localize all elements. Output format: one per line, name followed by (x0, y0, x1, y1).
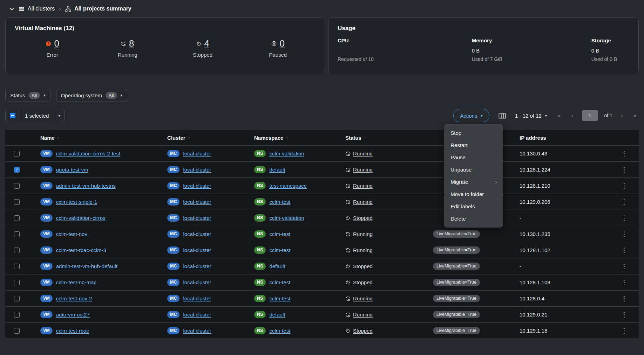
vm-status-link[interactable]: Running (345, 295, 373, 301)
pagination-options-menu[interactable]: 1 - 12 of 12 ▾ (515, 113, 547, 119)
vm-name-link[interactable]: cclm-test-nov (56, 231, 87, 237)
cluster-link[interactable]: local-cluster (183, 312, 211, 318)
namespace-link[interactable]: default (269, 263, 285, 269)
namespace-link[interactable]: cclm-test (269, 231, 290, 237)
menu-item-stop[interactable]: Stop (444, 127, 503, 139)
row-checkbox[interactable] (14, 167, 20, 173)
os-filter[interactable]: Operating system All ▾ (56, 89, 128, 102)
cluster-link[interactable]: local-cluster (183, 247, 211, 253)
last-page-button[interactable]: » (631, 112, 639, 119)
row-checkbox[interactable] (14, 151, 20, 156)
breadcrumb-all-projects[interactable]: All projects summary (65, 6, 131, 12)
row-checkbox[interactable] (14, 199, 20, 205)
column-header-name[interactable]: Name ↕ (40, 135, 167, 141)
cluster-link[interactable]: local-cluster (183, 151, 211, 156)
vm-status-link[interactable]: Running (345, 183, 373, 189)
namespace-link[interactable]: cclm-test (269, 199, 290, 205)
vm-name-link[interactable]: admin-test-vm-hub-testns (56, 183, 116, 189)
previous-page-button[interactable]: ‹ (569, 112, 576, 119)
column-header-status[interactable]: Status ↕ (345, 135, 433, 141)
current-page-input[interactable] (582, 110, 598, 121)
namespace-link[interactable]: cclm-test (269, 247, 290, 253)
tile-count-link[interactable]: 0 (280, 38, 285, 49)
menu-item-delete[interactable]: Delete (444, 213, 503, 225)
vm-name-link[interactable]: cclm-validation-cirros-2-test (56, 151, 120, 156)
breadcrumb-all-clusters[interactable]: All clusters (19, 6, 55, 12)
row-checkbox[interactable] (14, 231, 20, 237)
kebab-menu-button[interactable]: ⋮ (618, 294, 630, 303)
tile-count-link[interactable]: 4 (204, 38, 209, 49)
menu-item-pause[interactable]: Pause (444, 151, 503, 163)
cluster-link[interactable]: local-cluster (183, 295, 211, 301)
kebab-menu-button[interactable]: ⋮ (618, 310, 630, 319)
tile-count-link[interactable]: 8 (129, 38, 134, 49)
vm-status-link[interactable]: Running (345, 199, 373, 205)
row-checkbox[interactable] (14, 264, 20, 269)
menu-item-migrate[interactable]: Migrate › (444, 176, 503, 188)
bulk-select-toggle[interactable]: ▾ (54, 109, 65, 122)
vm-name-link[interactable]: admin-test-vm-hub-default (56, 263, 117, 269)
kebab-menu-button[interactable]: ⋮ (618, 149, 630, 158)
namespace-link[interactable]: default (269, 167, 285, 173)
row-checkbox[interactable] (14, 312, 20, 318)
status-filter[interactable]: Status All ▾ (5, 89, 50, 102)
kebab-menu-button[interactable]: ⋮ (618, 326, 630, 335)
menu-item-unpause[interactable]: Unpause (444, 163, 503, 176)
bulk-select-checkbox[interactable] (10, 113, 15, 118)
kebab-menu-button[interactable]: ⋮ (618, 197, 630, 207)
cluster-link[interactable]: local-cluster (183, 215, 211, 221)
vm-status-link[interactable]: Stopped (345, 263, 373, 269)
column-header-ip-address[interactable]: IP address (520, 135, 617, 141)
tile-count-link[interactable]: 0 (54, 38, 59, 49)
kebab-menu-button[interactable]: ⋮ (618, 278, 630, 287)
vm-status-link[interactable]: Stopped (345, 279, 373, 285)
vm-name-link[interactable]: cclm-test-rbac-cclm-3 (56, 247, 106, 253)
vm-status-link[interactable]: Running (345, 167, 373, 173)
namespace-link[interactable]: cclm-validation (269, 215, 304, 221)
namespace-link[interactable]: cclm-test (269, 328, 290, 334)
sort-icon[interactable]: ↕ (188, 135, 190, 140)
vm-status-link[interactable]: Running (345, 231, 373, 237)
vm-name-link[interactable]: cclm-test-no-mac (56, 279, 96, 285)
next-page-button[interactable]: › (619, 112, 625, 119)
vm-name-link[interactable]: cclm-test-nov-2 (56, 295, 92, 301)
cluster-link[interactable]: local-cluster (183, 199, 211, 205)
row-checkbox[interactable] (14, 296, 20, 301)
vm-status-link[interactable]: Running (345, 151, 373, 156)
kebab-menu-button[interactable]: ⋮ (618, 181, 630, 190)
vm-name-link[interactable]: cclm-test-rbac (56, 328, 89, 334)
vm-status-link[interactable]: Running (345, 312, 373, 318)
row-checkbox[interactable] (14, 280, 20, 285)
actions-button[interactable]: Actions ▾ (453, 109, 489, 122)
menu-item-restart[interactable]: Restart (444, 139, 503, 151)
namespace-link[interactable]: cclm-test (269, 279, 290, 285)
kebab-menu-button[interactable]: ⋮ (618, 262, 630, 271)
vm-name-link[interactable]: cclm-validation-cirros (56, 215, 106, 221)
manage-columns-button[interactable] (498, 111, 507, 120)
chevron-down-icon[interactable] (9, 6, 14, 12)
menu-item-edit-labels[interactable]: Edit labels (444, 200, 503, 213)
vm-name-link[interactable]: cclm-test-single-1 (56, 199, 97, 205)
sort-icon[interactable]: ↕ (364, 135, 366, 140)
cluster-link[interactable]: local-cluster (183, 167, 211, 173)
namespace-link[interactable]: test-namespace (269, 183, 307, 189)
kebab-menu-button[interactable]: ⋮ (618, 245, 630, 255)
kebab-menu-button[interactable]: ⋮ (618, 165, 630, 174)
vm-name-link[interactable]: quota-test-vm (56, 167, 88, 173)
vm-status-link[interactable]: Stopped (345, 328, 373, 334)
row-checkbox[interactable] (14, 248, 20, 253)
cluster-link[interactable]: local-cluster (183, 279, 211, 285)
vm-name-link[interactable]: auto-vm-oct27 (56, 312, 90, 318)
cluster-link[interactable]: local-cluster (183, 263, 211, 269)
sort-icon[interactable]: ↕ (57, 135, 60, 140)
first-page-button[interactable]: « (555, 112, 563, 119)
sort-icon[interactable]: ↕ (286, 135, 288, 140)
column-header-namespace[interactable]: Namespace ↕ (254, 135, 345, 141)
vm-status-link[interactable]: Stopped (345, 215, 373, 221)
kebab-menu-button[interactable]: ⋮ (618, 229, 630, 239)
cluster-link[interactable]: local-cluster (183, 328, 211, 334)
menu-item-move-to-folder[interactable]: Move to folder (444, 188, 503, 200)
row-checkbox[interactable] (14, 215, 20, 221)
column-header-cluster[interactable]: Cluster ↕ (167, 135, 254, 141)
vm-status-link[interactable]: Running (345, 247, 373, 253)
